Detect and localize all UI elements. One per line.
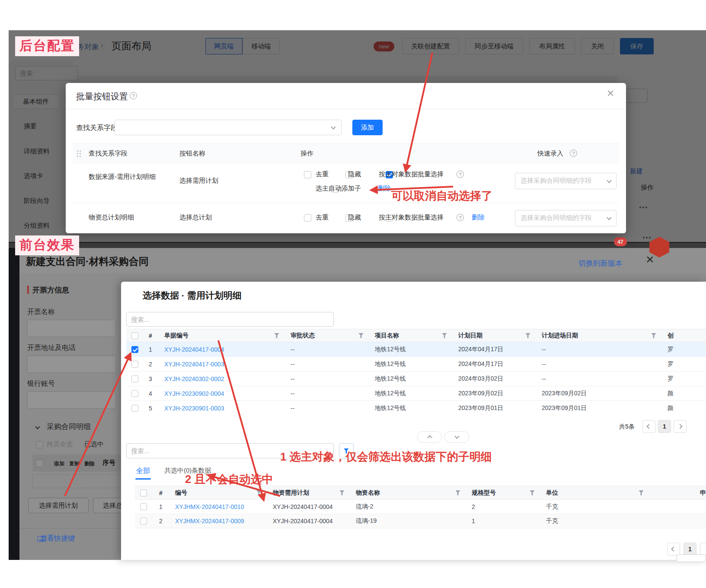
cell-material: 琉璃-2 — [351, 500, 466, 514]
filter-icon[interactable] — [256, 490, 262, 496]
select-data-dialog: 选择数据 · 需用计划明细 # 单据编号 审批状态 项目名称 计划日期 计划进场… — [121, 282, 706, 560]
select-all-checkbox[interactable] — [36, 460, 43, 467]
cell-code[interactable]: XYJH-20240417-0004 — [159, 342, 285, 356]
shortcut-link[interactable]: 查看快捷键 — [40, 534, 75, 543]
row-checkbox-cell — [135, 500, 154, 514]
header-enter-date: 计划进场日期 — [537, 329, 662, 342]
row-checkbox[interactable] — [131, 346, 138, 353]
dialog-search-input[interactable] — [126, 312, 334, 327]
quick-entry-select[interactable]: 选择采购合同明细的字段 — [515, 173, 617, 189]
col-quick-entry: 快速录入 — [537, 149, 563, 158]
table-row[interactable]: 3 XYJH-20240302-0002 -- 地铁12号线 2024年03月0… — [126, 372, 706, 386]
cell-code[interactable]: XYJH-20240417-0003 — [159, 357, 285, 371]
cell-enter-date: -- — [537, 357, 662, 371]
table-row[interactable]: 5 XYJH-20230901-0003 -- 地铁12号线 2023年09月0… — [126, 401, 706, 413]
window-close-icon[interactable]: × — [646, 252, 654, 266]
filter-icon[interactable] — [274, 333, 279, 338]
bank-account-field[interactable] — [27, 391, 116, 409]
cell-num: 1 — [144, 342, 159, 356]
help-icon[interactable]: ? — [457, 214, 464, 221]
cell-code[interactable]: XYJHMX-20240417-0010 — [170, 500, 268, 514]
cell-code[interactable]: XYJH-20230901-0003 — [159, 401, 285, 413]
next-page-button[interactable] — [674, 420, 687, 433]
page-1-button[interactable]: 1 — [684, 543, 696, 556]
filter-icon[interactable] — [530, 490, 535, 496]
invoice-address-field[interactable] — [27, 356, 116, 373]
dedupe-checkbox[interactable] — [304, 171, 311, 178]
filter-icon[interactable] — [455, 490, 460, 496]
prev-page-button[interactable] — [667, 543, 680, 556]
header-plan-date-label: 计划日期 — [458, 332, 482, 340]
help-icon[interactable]: ? — [457, 171, 464, 178]
tab-all[interactable]: 全部 — [136, 467, 150, 476]
row-checkbox[interactable] — [131, 361, 138, 368]
cell-status: -- — [285, 401, 370, 413]
lookup-field-select[interactable] — [115, 120, 342, 135]
table-row[interactable]: 1 XYJHMX-20240417-0010 XYJH-20240417-000… — [135, 500, 706, 514]
help-icon[interactable]: ? — [570, 149, 577, 157]
cell-code[interactable]: XYJH-20240302-0002 — [159, 372, 285, 386]
batch-select-label: 按主对象数据批量选择 — [379, 170, 444, 178]
cell-code[interactable]: XYJH-20230902-0004 — [159, 386, 285, 400]
invoice-address-label: 开票地址及电话 — [27, 343, 76, 353]
row-checkbox[interactable] — [131, 375, 138, 382]
cell-creator: 颜 — [662, 386, 706, 400]
row-checkbox[interactable] — [131, 390, 138, 397]
add-label: 添加 — [361, 124, 374, 132]
modal-close-icon[interactable]: × — [607, 87, 614, 99]
dedupe-label: 去重 — [316, 213, 329, 222]
add-mini-button[interactable]: 添加 — [54, 460, 64, 467]
select-need-plan-button[interactable]: 选择需用计划 — [28, 498, 89, 513]
cell-num: 2 — [154, 514, 170, 528]
filter-icon[interactable] — [639, 490, 644, 496]
filter-icon[interactable] — [651, 333, 656, 338]
dedupe-label: 去重 — [316, 170, 329, 178]
header-spec-label: 规格型号 — [472, 489, 496, 497]
select-all-checkbox[interactable] — [140, 489, 147, 496]
cell-enter-date: 2023年09月02日 — [537, 386, 662, 400]
drag-handle-icon[interactable] — [77, 150, 78, 152]
row-checkbox-cell — [126, 342, 144, 356]
row-checkbox[interactable] — [140, 518, 147, 524]
filter-icon[interactable] — [525, 333, 530, 338]
prev-page-button[interactable] — [642, 420, 655, 433]
chevron-down-icon — [454, 434, 459, 439]
scroll-down-button[interactable] — [444, 431, 469, 443]
table-row[interactable]: 1 XYJH-20240417-0004 -- 地铁12号线 2024年04月1… — [126, 342, 706, 357]
cross-page-checkbox[interactable] — [36, 441, 43, 448]
invoice-name-field[interactable] — [27, 320, 116, 337]
invoice-panel: 开票方信息 开票名称 开票地址及电话 银行账号 采购合同明细 跨页全选 已选中 … — [19, 273, 130, 560]
row-checkbox[interactable] — [131, 405, 138, 412]
cell-plan-date: 2024年04月17日 — [453, 342, 537, 356]
table-row[interactable]: 2 XYJHMX-20240417-0009 XYJH-20240417-000… — [135, 514, 706, 528]
header-plan-label: 物资需用计划 — [273, 489, 309, 497]
empty-row-placeholder — [32, 474, 123, 488]
dedupe-checkbox[interactable] — [304, 214, 311, 222]
page-1-button[interactable]: 1 — [658, 420, 671, 433]
add-button[interactable]: 添加 — [352, 120, 383, 135]
filter-icon[interactable] — [339, 490, 345, 496]
cell-code[interactable]: XYJHMX-20240417-0009 — [170, 514, 268, 528]
copy-mini-button[interactable]: 复制 — [69, 460, 80, 467]
main-table: # 单据编号 审批状态 项目名称 计划日期 计划进场日期 创 1 XYJH-20… — [126, 329, 706, 413]
scroll-up-button[interactable] — [417, 431, 442, 443]
select-all-checkbox[interactable] — [131, 332, 138, 339]
switch-version-link[interactable]: 切换到新版本 — [578, 258, 623, 268]
table-row[interactable]: 2 XYJH-20240417-0003 -- 地铁12号线 2024年04月1… — [126, 357, 706, 372]
filter-icon[interactable] — [358, 333, 364, 338]
chevron-right-icon — [677, 424, 682, 429]
table-row[interactable]: 4 XYJH-20230902-0004 -- 地铁12号线 2023年09月0… — [126, 386, 706, 401]
next-page-button[interactable] — [700, 543, 706, 556]
collapse-icon[interactable] — [35, 424, 40, 429]
row-checkbox[interactable] — [140, 503, 147, 510]
help-icon[interactable]: ? — [130, 92, 137, 99]
chevron-up-icon — [427, 435, 432, 440]
frontend-label: 前台效果 — [15, 235, 79, 255]
delete-link[interactable]: 删除 — [472, 213, 485, 222]
delete-mini-button[interactable]: 删除 — [84, 460, 95, 467]
filter-icon[interactable] — [442, 333, 447, 338]
scrollbar-thumb[interactable] — [677, 554, 706, 562]
delete-link[interactable]: 删除 — [378, 184, 391, 193]
modal-table-header: 查找关系字段 按钮名称 操作 快速录入 ? — [73, 143, 619, 163]
quick-entry-select[interactable]: 选择采购合同明细的字段 — [515, 210, 617, 226]
